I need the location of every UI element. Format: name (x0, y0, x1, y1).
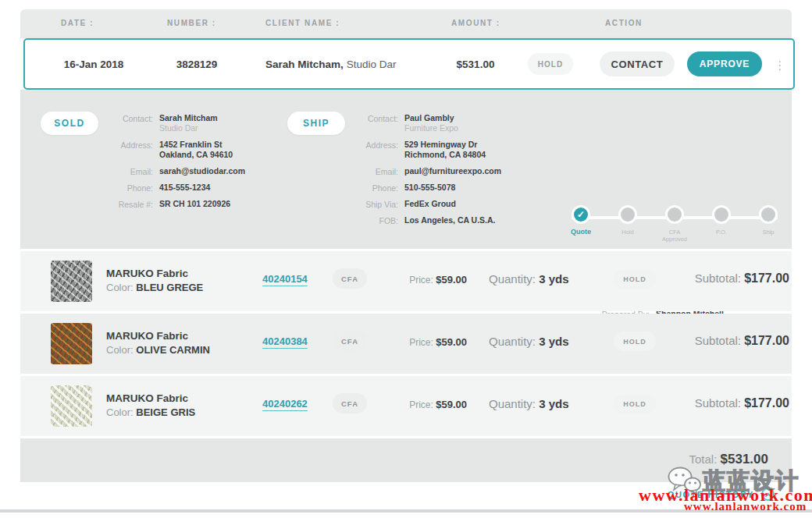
subtotal-value: $177.00 (744, 396, 789, 410)
line-item-row[interactable]: MARUKO Fabric Color: BLEU GREGE 40240154… (20, 251, 792, 311)
item-name-block: MARUKO Fabric Color: OLIVE CARMIN (106, 330, 210, 356)
item-hold-badge[interactable]: HOLD (614, 269, 656, 289)
total-row: Total: $531.00 (20, 438, 792, 482)
ship-phone-row: Phone: 510-555-5078 (348, 183, 543, 193)
fabric-swatch-image (51, 261, 92, 302)
field-label: Email: (348, 166, 398, 176)
color-value: BEIGE GRIS (136, 406, 195, 418)
step-dot (618, 205, 637, 224)
ship-via-row: Ship Via: FedEx Groud (348, 199, 543, 209)
field-label: Address: (106, 140, 153, 160)
field-value: 1452 Franklin St Oakland, CA 94610 (159, 140, 233, 160)
quantity-label: Quantity: (489, 397, 536, 410)
ship-contact-name: Paul Gambly (404, 113, 454, 122)
column-header-date[interactable]: DATE : (61, 19, 94, 27)
cfa-badge[interactable]: CFA (333, 331, 367, 351)
sold-fields: Contact: Sarah Mitcham Studio Dar Addres… (106, 113, 286, 215)
sold-badge[interactable]: SOLD (41, 112, 98, 135)
sold-phone-row: Phone: 415-555-1234 (106, 183, 286, 193)
step-ship: Ship (745, 205, 792, 236)
color-value: OLIVE CARMIN (136, 344, 210, 356)
sku-link[interactable]: 40240384 (262, 335, 308, 347)
item-subtotal: Subtotal: $177.00 (672, 334, 789, 348)
sku-link[interactable]: 40240262 (262, 398, 308, 410)
chevron-up-icon[interactable] (761, 488, 775, 501)
order-total: Total: $531.00 (689, 452, 768, 467)
table-header: DATE : NUMBER : CLIENT NAME : AMOUNT : A… (20, 9, 792, 38)
quantity-value: 3 yds (539, 397, 568, 410)
quantity-value: 3 yds (539, 335, 568, 348)
color-label: Color: (106, 344, 134, 356)
field-label: Phone: (106, 183, 153, 193)
sold-email: sarah@studiodar.com (159, 166, 245, 176)
sold-resale-number: SR CH 101 220926 (159, 199, 230, 209)
quote-date: 16-Jan 2018 (47, 40, 141, 88)
field-label: Email: (106, 166, 153, 176)
ship-via: FedEx Groud (404, 199, 456, 209)
step-label: P.O. (698, 229, 745, 236)
step-label: CFA Approved (657, 229, 693, 243)
bottom-divider (0, 509, 812, 513)
line-item-row[interactable]: MARUKO Fabric Color: OLIVE CARMIN 402403… (20, 314, 792, 374)
ship-email-row: Email: paul@furnitureexpo.com (348, 166, 543, 176)
price-label: Price: (409, 275, 433, 286)
subtotal-value: $177.00 (744, 271, 789, 285)
panel-footer: QUOTE HISTORY (20, 482, 792, 509)
cfa-badge[interactable]: CFA (333, 393, 367, 413)
field-label: Phone: (348, 183, 398, 193)
sku-link[interactable]: 40240154 (262, 273, 308, 285)
ship-address-line1: 529 Hemingway Dr (404, 140, 477, 149)
ship-badge[interactable]: SHIP (287, 112, 345, 135)
column-header-number[interactable]: NUMBER : (167, 19, 216, 27)
hold-button[interactable]: HOLD (528, 53, 573, 75)
sold-address-line1: 1452 Franklin St (159, 140, 223, 149)
sold-resale-row: Resale #: SR CH 101 220926 (106, 199, 286, 209)
column-header-client-name[interactable]: CLIENT NAME : (265, 19, 340, 27)
quote-history-link[interactable]: QUOTE HISTORY (668, 490, 754, 499)
item-name-block: MARUKO Fabric Color: BEIGE GRIS (106, 392, 195, 418)
item-color: Color: OLIVE CARMIN (106, 344, 210, 356)
quantity-label: Quantity: (489, 335, 536, 348)
item-quantity: Quantity: 3 yds (489, 335, 569, 348)
step-dot (759, 205, 778, 224)
ship-fob-row: FOB: Los Angeles, CA U.S.A. (348, 215, 543, 225)
price-value: $59.00 (436, 399, 467, 410)
order-management-screen: DATE : NUMBER : CLIENT NAME : AMOUNT : A… (0, 0, 812, 518)
item-subtotal: Subtotal: $177.00 (672, 396, 789, 410)
subtotal-label: Subtotal: (695, 271, 741, 285)
client-name: Sarah Mitcham, (265, 59, 344, 70)
contact-button[interactable]: CONTACT (600, 51, 675, 76)
item-name: MARUKO Fabric (106, 330, 210, 342)
kebab-menu-icon[interactable]: ⋮ (773, 52, 787, 77)
subtotal-label: Subtotal: (695, 396, 741, 410)
item-name: MARUKO Fabric (106, 268, 203, 279)
item-name-block: MARUKO Fabric Color: BLEU GREGE (106, 268, 203, 293)
field-label: Contact: (106, 113, 153, 133)
sold-contact-row: Contact: Sarah Mitcham Studio Dar (106, 113, 286, 133)
ship-address-line2: Richmond, CA 84804 (404, 150, 486, 160)
ship-fob: Los Angeles, CA U.S.A. (404, 215, 496, 225)
item-price: Price: $59.00 (381, 274, 467, 286)
fabric-swatch-image (51, 385, 92, 427)
selected-quote-row[interactable]: 16-Jan 2018 3828129 Sarah Mitcham, Studi… (23, 38, 795, 90)
subtotal-label: Subtotal: (695, 334, 741, 347)
quote-number: 3828129 (150, 40, 244, 88)
field-label: Ship Via: (348, 199, 398, 209)
step-dot (712, 205, 731, 224)
cfa-badge[interactable]: CFA (333, 268, 367, 289)
item-hold-badge[interactable]: HOLD (614, 394, 656, 413)
line-item-row[interactable]: MARUKO Fabric Color: BEIGE GRIS 40240262… (20, 376, 792, 436)
item-color: Color: BEIGE GRIS (106, 406, 195, 418)
price-value: $59.00 (436, 336, 467, 348)
step-po: P.O. (698, 205, 745, 236)
step-dot (665, 205, 684, 224)
ship-contact-row: Contact: Paul Gambly Furniture Expo (348, 113, 543, 133)
field-value: Paul Gambly Furniture Expo (404, 113, 458, 133)
price-label: Price: (409, 337, 433, 348)
sold-contact-company: Studio Dar (159, 123, 218, 133)
ship-fields: Contact: Paul Gambly Furniture Expo Addr… (348, 113, 543, 232)
approve-button[interactable]: APPROVE (687, 51, 762, 76)
subtotal-value: $177.00 (744, 334, 789, 347)
column-header-amount[interactable]: AMOUNT : (451, 19, 500, 27)
item-hold-badge[interactable]: HOLD (614, 332, 656, 351)
